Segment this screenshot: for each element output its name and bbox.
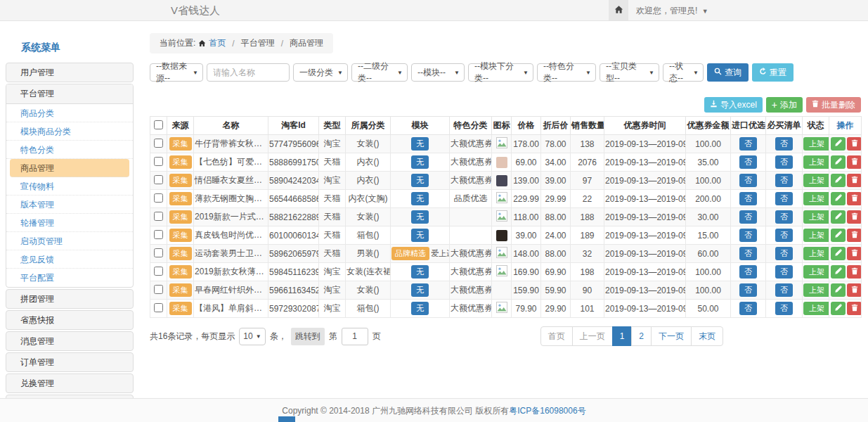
source-badge[interactable]: 采集	[169, 210, 192, 224]
sidebar-subitem[interactable]: 特色分类	[6, 141, 133, 159]
sidebar-item[interactable]: 平台管理	[6, 84, 133, 104]
import-select-toggle[interactable]: 否	[739, 174, 757, 187]
module-none-badge[interactable]: 无	[411, 265, 429, 279]
edit-button[interactable]	[831, 302, 846, 315]
module-none-badge[interactable]: 无	[411, 137, 429, 151]
status-badge[interactable]: 上架	[803, 302, 829, 315]
edit-button[interactable]	[831, 229, 846, 242]
delete-button[interactable]	[847, 283, 862, 297]
row-checkbox[interactable]	[154, 139, 163, 148]
source-badge[interactable]: 采集	[169, 192, 192, 205]
row-checkbox[interactable]	[154, 248, 163, 257]
row-checkbox[interactable]	[154, 303, 163, 312]
import-select-toggle[interactable]: 否	[739, 302, 757, 315]
level2-category-select[interactable]: --二级分类--▼	[351, 63, 408, 82]
icp-link[interactable]: 粤ICP备16098006号	[509, 406, 585, 416]
status-select[interactable]: --状态--▼	[663, 63, 704, 82]
status-badge[interactable]: 上架	[803, 210, 829, 224]
must-buy-toggle[interactable]: 否	[775, 302, 793, 315]
module-none-badge[interactable]: 无	[411, 192, 429, 205]
import-select-toggle[interactable]: 否	[739, 229, 757, 242]
must-buy-toggle[interactable]: 否	[775, 210, 793, 224]
sidebar-subitem[interactable]: 意见反馈	[6, 250, 133, 269]
edit-button[interactable]	[831, 247, 846, 260]
source-badge[interactable]: 采集	[169, 155, 192, 169]
module-none-badge[interactable]: 无	[411, 229, 429, 242]
module-badge[interactable]: 品牌精选	[391, 247, 429, 260]
source-badge[interactable]: 采集	[169, 174, 192, 187]
module-select[interactable]: --模块--▼	[411, 63, 465, 82]
pager-item[interactable]: 1	[612, 326, 633, 346]
reset-button[interactable]: 重置	[752, 63, 793, 82]
module-none-badge[interactable]: 无	[411, 283, 429, 297]
batch-delete-button[interactable]: 批量删除	[806, 97, 861, 113]
delete-button[interactable]	[847, 229, 862, 242]
pager-item[interactable]: 上一页	[572, 326, 613, 346]
sidebar-subitem[interactable]: 商品分类	[6, 104, 133, 122]
import-select-toggle[interactable]: 否	[739, 192, 757, 205]
row-checkbox[interactable]	[154, 267, 163, 276]
pager-item[interactable]: 首页	[540, 326, 573, 346]
status-badge[interactable]: 上架	[803, 155, 829, 169]
module-subcategory-select[interactable]: --模块下分类--▼	[468, 63, 533, 82]
edit-button[interactable]	[831, 137, 846, 151]
delete-button[interactable]	[847, 210, 862, 224]
delete-button[interactable]	[847, 192, 862, 205]
edit-button[interactable]	[831, 155, 846, 169]
row-checkbox[interactable]	[154, 175, 163, 184]
source-badge[interactable]: 采集	[169, 137, 192, 151]
module-none-badge[interactable]: 无	[411, 302, 429, 315]
delete-button[interactable]	[847, 137, 862, 151]
must-buy-toggle[interactable]: 否	[775, 265, 793, 279]
sidebar-item[interactable]: 省惠快报	[6, 310, 134, 330]
row-checkbox[interactable]	[154, 230, 163, 239]
sidebar-subitem[interactable]: 模块商品分类	[6, 122, 133, 141]
row-checkbox[interactable]	[154, 193, 163, 203]
must-buy-toggle[interactable]: 否	[775, 283, 793, 297]
edit-button[interactable]	[831, 265, 846, 279]
item-type-select[interactable]: --宝贝类型--▼	[600, 63, 659, 82]
select-all-checkbox[interactable]	[154, 120, 163, 129]
sidebar-subitem[interactable]: 轮播管理	[6, 214, 133, 232]
breadcrumb-home-link[interactable]: 首页	[209, 37, 226, 49]
must-buy-toggle[interactable]: 否	[775, 174, 793, 187]
source-badge[interactable]: 采集	[169, 247, 192, 260]
must-buy-toggle[interactable]: 否	[775, 192, 793, 205]
sidebar-item[interactable]: 消息管理	[6, 331, 134, 351]
import-excel-button[interactable]: 导入excel	[704, 97, 763, 113]
level1-category-select[interactable]: 一级分类▼	[293, 63, 348, 82]
sidebar-subitem[interactable]: 宣传物料	[6, 177, 133, 196]
sidebar-item[interactable]: 订单管理	[6, 352, 134, 372]
sidebar-subitem-active[interactable]: 商品管理	[10, 159, 129, 177]
delete-button[interactable]	[847, 265, 862, 279]
page-number-input[interactable]	[342, 328, 368, 345]
search-button[interactable]: 查询	[707, 63, 749, 82]
edit-button[interactable]	[831, 210, 846, 224]
sidebar-item[interactable]: 兑换管理	[6, 373, 134, 393]
name-search-input[interactable]	[207, 63, 290, 82]
sidebar-item[interactable]: 用户管理	[6, 63, 134, 82]
sidebar-subitem[interactable]: 启动页管理	[6, 232, 133, 250]
must-buy-toggle[interactable]: 否	[775, 155, 793, 169]
status-badge[interactable]: 上架	[803, 247, 829, 260]
delete-button[interactable]	[847, 174, 862, 187]
delete-button[interactable]	[847, 302, 862, 315]
import-select-toggle[interactable]: 否	[739, 283, 757, 297]
sidebar-subitem[interactable]: 版本管理	[6, 196, 133, 214]
import-select-toggle[interactable]: 否	[739, 247, 757, 260]
status-badge[interactable]: 上架	[803, 192, 829, 205]
module-none-badge[interactable]: 无	[411, 210, 429, 224]
pager-item[interactable]: 2	[631, 326, 652, 346]
status-badge[interactable]: 上架	[803, 229, 829, 242]
sidebar-item[interactable]: 拼团管理	[6, 289, 134, 309]
import-select-toggle[interactable]: 否	[739, 155, 757, 169]
source-badge[interactable]: 采集	[169, 229, 192, 242]
source-badge[interactable]: 采集	[169, 265, 192, 279]
pager-item[interactable]: 下一页	[651, 326, 692, 346]
must-buy-toggle[interactable]: 否	[775, 229, 793, 242]
status-badge[interactable]: 上架	[803, 174, 829, 187]
row-checkbox[interactable]	[154, 285, 163, 294]
data-source-select[interactable]: --数据来源--▼	[150, 63, 203, 82]
back-to-top-button[interactable]	[278, 416, 295, 422]
feature-category-select[interactable]: --特色分类--▼	[537, 63, 596, 82]
